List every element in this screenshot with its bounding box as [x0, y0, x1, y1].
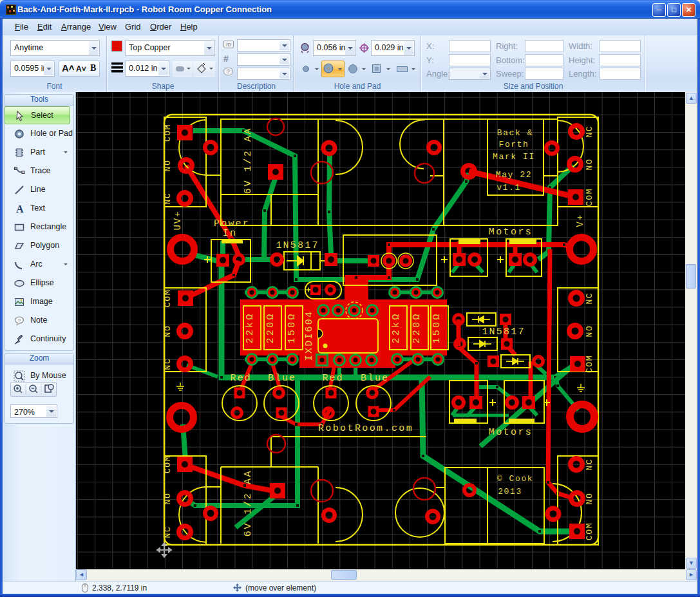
- svg-text:NO: NO: [163, 160, 173, 172]
- svg-text:NC: NC: [585, 459, 594, 471]
- svg-text:NC: NC: [163, 358, 173, 370]
- svg-text:COM: COM: [163, 124, 173, 142]
- svg-text:A: A: [16, 204, 24, 214]
- svg-text:NC: NC: [585, 292, 594, 305]
- svg-text:May 22: May 22: [496, 170, 532, 180]
- svg-text:1N5817: 1N5817: [276, 240, 319, 251]
- svg-text:NC: NC: [585, 126, 594, 138]
- svg-text:COM: COM: [163, 289, 173, 307]
- svg-text:Motors: Motors: [489, 227, 533, 238]
- svg-text:In: In: [223, 228, 237, 239]
- svg-text:NO: NO: [585, 158, 594, 171]
- svg-text:COM: COM: [585, 355, 594, 373]
- svg-text:RobotRoom.com: RobotRoom.com: [318, 423, 413, 434]
- svg-text:Blue: Blue: [361, 373, 389, 384]
- svg-text:150Ω: 150Ω: [431, 312, 442, 344]
- svg-text:COM: COM: [163, 455, 173, 473]
- svg-text:22kΩ: 22kΩ: [245, 312, 256, 344]
- svg-text:COM: COM: [585, 188, 594, 206]
- svg-text:?: ?: [18, 317, 21, 323]
- svg-text:v1.1: v1.1: [497, 183, 521, 193]
- svg-text:Red: Red: [322, 373, 343, 384]
- svg-text:UV+: UV+: [173, 210, 183, 230]
- svg-text:NO: NO: [163, 325, 173, 337]
- svg-text:Red: Red: [230, 373, 251, 384]
- svg-text:220Ω: 220Ω: [411, 312, 422, 344]
- svg-text:150Ω: 150Ω: [287, 312, 298, 344]
- svg-text:IXDI604: IXDI604: [304, 310, 315, 361]
- svg-text:© Cook: © Cook: [497, 474, 533, 484]
- svg-text:6V 1/2 AA: 6V 1/2 AA: [243, 127, 254, 194]
- svg-text:220Ω: 220Ω: [265, 312, 276, 344]
- svg-text:Motors: Motors: [489, 427, 533, 438]
- svg-text:Blue: Blue: [268, 373, 296, 384]
- svg-text:1N5817: 1N5817: [482, 327, 525, 337]
- svg-text:Back &: Back &: [497, 128, 533, 138]
- svg-text:22kΩ: 22kΩ: [391, 312, 402, 344]
- svg-text:2013: 2013: [498, 487, 522, 497]
- svg-text:NC: NC: [163, 526, 173, 538]
- svg-text:COM: COM: [585, 522, 594, 540]
- svg-text:V+: V+: [575, 214, 585, 227]
- svg-text:Forth: Forth: [498, 140, 529, 149]
- svg-text:NC: NC: [163, 193, 173, 205]
- svg-text:6V 1/2 AA: 6V 1/2 AA: [243, 469, 254, 536]
- svg-text:NO: NO: [585, 493, 594, 505]
- svg-text:NO: NO: [163, 493, 173, 505]
- svg-text:Mark II: Mark II: [493, 152, 535, 162]
- svg-text:NO: NO: [585, 325, 594, 337]
